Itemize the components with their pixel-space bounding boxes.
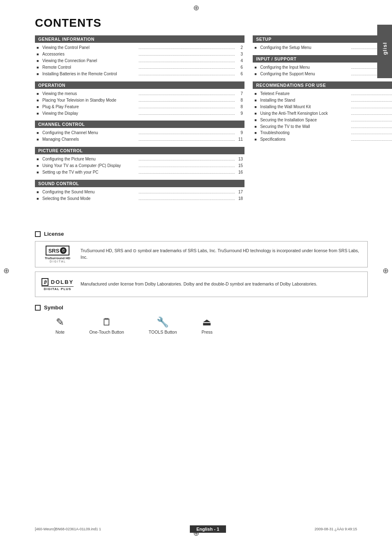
page-number-text: English - 1 <box>196 527 219 532</box>
toc-label: Remote Control <box>42 64 138 71</box>
toc-bullet: ■ <box>254 104 260 110</box>
toc-item: ■ Plug & Play Feature ..................… <box>37 104 243 110</box>
page-footer: [460-Weuro]BN68-02361A-01L09.ind1 1 Engl… <box>0 525 392 533</box>
toc-page: 18 <box>235 195 243 202</box>
symbol-icon: ✎ <box>56 316 64 328</box>
toc-dots: ........................................… <box>351 137 392 143</box>
toc-page: 7 <box>235 91 243 97</box>
toc-item: ■ Configuring the Support Menu .........… <box>254 71 392 77</box>
toc-item: ■ Setting up the TV with your PC .......… <box>37 169 243 176</box>
toc-label: Troubleshooting <box>260 130 351 136</box>
toc-dots: ........................................… <box>138 169 235 176</box>
toc-item: ■ Selecting the Sound Mode .............… <box>37 195 243 202</box>
toc-item: ■ Configuring the Input Menu ...........… <box>254 64 392 71</box>
toc-bullet: ■ <box>37 104 42 110</box>
toc-dots: ........................................… <box>138 58 235 64</box>
toc-section: OPERATION ■ Viewing the menus ..........… <box>35 81 244 117</box>
toc-dots: ........................................… <box>351 130 392 136</box>
toc-item: ■ Viewing the menus ....................… <box>37 91 243 97</box>
symbol-item: 🔧TOOLS Button <box>149 316 177 334</box>
toc-bullet: ■ <box>254 65 260 71</box>
symbol-item: 🗒One-Touch Button <box>89 316 124 334</box>
toc-item: ■ Securing the TV to the Wall ..........… <box>254 123 392 130</box>
section-header: INPUT / SUPPORT <box>253 55 392 63</box>
toc-page: 3 <box>235 51 243 58</box>
footer-left-text: [460-Weuro]BN68-02361A-01L09.ind1 1 <box>35 527 101 531</box>
toc-item: ■ Installing the Stand .................… <box>254 97 392 104</box>
toc-item: ■ Using Your TV as a Computer (PC) Displ… <box>37 163 243 169</box>
crosshair-top: ⊕ <box>193 3 199 12</box>
toc-section: INPUT / SUPPORT ■ Configuring the Input … <box>253 55 392 77</box>
toc-dots: ........................................… <box>351 104 392 110</box>
toc-page: 2 <box>235 44 243 51</box>
toc-page: 11 <box>235 136 243 143</box>
toc-section: RECOMMENDATIONS FOR USE ■ Teletext Featu… <box>253 81 392 143</box>
toc-page: 6 <box>235 64 243 71</box>
toc-item: ■ Remote Control .......................… <box>37 64 243 71</box>
toc-dots: ........................................… <box>351 98 392 104</box>
toc-bullet: ■ <box>37 190 42 195</box>
toc-dots: ........................................… <box>138 196 235 202</box>
toc-left-column: GENERAL INFORMATION ■ Viewing the Contro… <box>35 35 244 206</box>
toc-item: ■ Configuring the Sound Menu ...........… <box>37 189 243 195</box>
toc-dots: ........................................… <box>138 130 235 136</box>
toc-item: ■ Accessories ..........................… <box>37 51 243 58</box>
page-number-box: English - 1 <box>190 525 226 533</box>
symbol-label: One-Touch Button <box>89 330 124 334</box>
toc-dots: ........................................… <box>351 117 392 123</box>
section-header: GENERAL INFORMATION <box>35 35 244 43</box>
toc-label: Configuring the Picture Menu <box>42 156 138 163</box>
toc-bullet: ■ <box>37 72 42 77</box>
toc-page: 9 <box>235 110 243 117</box>
toc-item: ■ Installing the Wall Mount Kit ........… <box>254 104 392 110</box>
symbol-icon: 🗒 <box>102 316 112 328</box>
toc-bullet: ■ <box>37 157 42 163</box>
toc-dots: ........................................… <box>138 156 235 163</box>
toc-dots: ........................................… <box>351 71 392 77</box>
toc-label: Viewing the Display <box>42 110 138 117</box>
toc-bullet: ■ <box>37 91 42 97</box>
toc-dots: ........................................… <box>351 91 392 97</box>
toc-bullet: ■ <box>254 72 260 77</box>
toc-dots: ........................................… <box>138 65 235 71</box>
symbol-icon: 🔧 <box>157 316 169 328</box>
toc-dots: ........................................… <box>138 189 235 195</box>
toc-item: ■ Configuring the Setup Menu ...........… <box>254 44 392 51</box>
toc-bullet: ■ <box>37 196 42 202</box>
section-header: CHANNEL CONTROL <box>35 121 244 128</box>
toc-label: Configuring the Support Menu <box>260 71 351 77</box>
symbol-title: Symbol <box>44 304 63 311</box>
toc-page: 9 <box>235 130 243 136</box>
symbol-label: TOOLS Button <box>149 330 177 334</box>
srs-logo: SRS © TruSurround HD D I G I T A L <box>41 246 74 263</box>
toc-bullet: ■ <box>37 58 42 64</box>
toc-item: ■ Placing Your Television in Standby Mod… <box>37 97 243 104</box>
toc-dots: ........................................… <box>138 111 235 117</box>
toc-dots: ........................................… <box>138 104 235 110</box>
toc-page: 17 <box>235 189 243 195</box>
toc-item: ■ Viewing the Display ..................… <box>37 110 243 117</box>
symbol-label: Note <box>55 330 65 334</box>
symbol-item: ✎Note <box>55 316 65 334</box>
dolby-license-box: Ꟈ DOLBY DIGITAL PLUS Manufactured under … <box>35 272 368 297</box>
toc-label: Configuring the Input Menu <box>260 64 351 71</box>
toc-bullet: ■ <box>254 130 260 136</box>
toc-label: Installing the Wall Mount Kit <box>260 104 351 110</box>
license-title: License <box>44 231 64 237</box>
toc-item: ■ Managing Channels ....................… <box>37 136 243 143</box>
symbol-checkbox-icon <box>35 305 41 311</box>
toc-item: ■ Configuring the Picture Menu .........… <box>37 156 243 163</box>
symbol-label: Press <box>202 330 213 334</box>
toc-label: Using Your TV as a Computer (PC) Display <box>42 163 138 169</box>
toc-page: 6 <box>235 71 243 77</box>
toc-dots: ........................................… <box>138 98 235 104</box>
toc-bullet: ■ <box>37 163 42 169</box>
section-header: PICTURE CONTROL <box>35 147 244 154</box>
toc-dots: ........................................… <box>138 163 235 169</box>
toc-label: Plug & Play Feature <box>42 104 138 110</box>
toc-label: Configuring the Channel Menu <box>42 130 138 136</box>
section-header: RECOMMENDATIONS FOR USE <box>253 81 392 89</box>
symbol-items-row: ✎Note🗒One-Touch Button🔧TOOLS Button⏏Pres… <box>35 316 368 334</box>
toc-dots: ........................................… <box>351 124 392 130</box>
toc-label: Managing Channels <box>42 136 138 143</box>
